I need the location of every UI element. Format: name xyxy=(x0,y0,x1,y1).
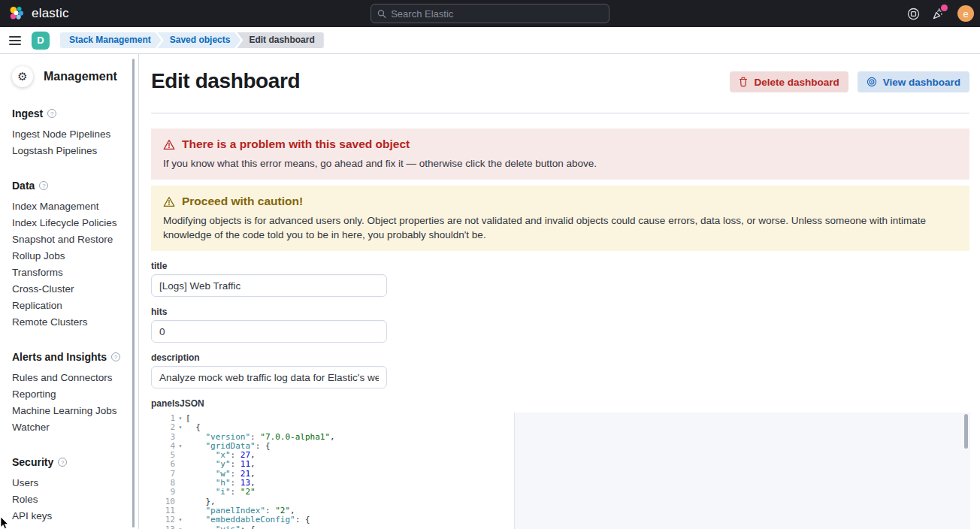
search-input[interactable] xyxy=(391,8,603,20)
sidebar-item-snapshot-and-restore[interactable]: Snapshot and Restore xyxy=(12,231,125,248)
code-line: 8"h": 13, xyxy=(151,479,970,488)
code-text: "vis": { xyxy=(186,525,970,529)
hamburger-icon xyxy=(9,34,21,47)
view-eye-icon xyxy=(867,77,877,87)
code-text: "embeddableConfig": { xyxy=(186,515,970,524)
code-text: "w": 21, xyxy=(186,470,970,479)
sidebar-item-logstash-pipelines[interactable]: Logstash Pipelines xyxy=(12,143,125,159)
fold-spacer xyxy=(175,470,186,479)
section-help-icon: ? xyxy=(111,352,120,361)
editor-scrollbar[interactable] xyxy=(964,414,968,449)
breadcrumb-current-page: Edit dashboard xyxy=(237,32,323,48)
sidebar-section-title: Ingest? xyxy=(12,107,125,119)
code-line: 5"x": 27, xyxy=(151,451,970,460)
danger-callout-body: If you know what this error means, go ah… xyxy=(163,156,957,171)
fold-spacer xyxy=(175,479,186,488)
elastic-logo[interactable]: elastic xyxy=(0,5,69,23)
sidebar-item-watcher[interactable]: Watcher xyxy=(12,419,125,436)
sidebar-item-role-mappings[interactable]: Role Mappings xyxy=(12,524,125,529)
sidebar-item-remote-clusters[interactable]: Remote Clusters xyxy=(12,314,125,331)
warning-triangle-icon xyxy=(163,196,175,207)
code-text: "i": "2" xyxy=(186,488,970,497)
code-text: "h": 13, xyxy=(186,479,970,488)
field-group-description: description xyxy=(151,352,387,388)
sidebar-section-ingest: Ingest?Ingest Node PipelinesLogstash Pip… xyxy=(12,107,125,159)
json-editor-lines: 1▾[2▾{3"version": "7.0.0-alpha1",4▾"grid… xyxy=(151,413,970,529)
user-avatar[interactable]: e xyxy=(957,5,974,22)
fold-toggle-icon[interactable]: ▾ xyxy=(175,515,186,524)
fold-toggle-icon[interactable]: ▾ xyxy=(175,525,186,529)
sidebar-title: Management xyxy=(44,70,117,83)
code-line: 7"w": 21, xyxy=(151,470,970,479)
sidebar-item-machine-learning-jobs[interactable]: Machine Learning Jobs xyxy=(12,403,125,419)
fold-toggle-icon[interactable]: ▾ xyxy=(175,414,186,423)
sidebar-section-title: Security? xyxy=(12,456,125,468)
menu-button[interactable] xyxy=(3,29,27,53)
breadcrumb-saved-objects[interactable]: Saved objects xyxy=(158,32,241,48)
space-avatar[interactable]: D xyxy=(32,32,50,50)
panels-json-editor[interactable]: 1▾[2▾{3"version": "7.0.0-alpha1",4▾"grid… xyxy=(151,413,970,529)
sidebar-item-rules-and-connectors[interactable]: Rules and Connectors xyxy=(12,370,125,386)
view-dashboard-button[interactable]: View dashboard xyxy=(858,71,969,92)
sidebar-header: ⚙ Management xyxy=(12,66,125,87)
fold-spacer xyxy=(175,451,186,460)
line-number: 12 xyxy=(151,515,175,524)
management-sidebar: ⚙ Management Ingest?Ingest Node Pipeline… xyxy=(0,54,139,529)
sidebar-item-index-management[interactable]: Index Management xyxy=(12,198,125,215)
code-text: "x": 27, xyxy=(186,451,970,460)
help-menu-button[interactable] xyxy=(906,7,920,20)
hits-field-input[interactable] xyxy=(151,320,387,343)
sidebar-item-ingest-node-pipelines[interactable]: Ingest Node Pipelines xyxy=(12,126,125,143)
field-group-hits: hits xyxy=(151,307,387,343)
fold-toggle-icon[interactable]: ▾ xyxy=(175,442,186,451)
code-line: 1▾[ xyxy=(151,414,970,423)
hits-field-label: hits xyxy=(151,307,387,317)
code-text: [ xyxy=(186,414,970,423)
code-text: "y": 11, xyxy=(186,460,970,469)
notification-dot xyxy=(941,5,948,11)
sidebar-item-roles[interactable]: Roles xyxy=(12,491,125,508)
sidebar-scrollbar[interactable] xyxy=(132,59,135,527)
danger-callout: There is a problem with this saved objec… xyxy=(151,128,969,180)
sidebar-item-rollup-jobs[interactable]: Rollup Jobs xyxy=(12,248,125,264)
sidebar-section-data: Data?Index ManagementIndex Lifecycle Pol… xyxy=(12,180,125,331)
sidebar-section-alerts-and-insights: Alerts and Insights?Rules and Connectors… xyxy=(12,351,125,436)
fold-spacer xyxy=(175,488,186,497)
code-line: 9"i": "2" xyxy=(151,488,970,497)
navigation-bar: D Stack Management Saved objects Edit da… xyxy=(0,27,980,54)
line-number: 9 xyxy=(151,488,175,497)
description-field-label: description xyxy=(151,352,387,363)
code-line: 13▾"vis": { xyxy=(151,525,970,529)
sidebar-sections: Ingest?Ingest Node PipelinesLogstash Pip… xyxy=(12,107,125,529)
section-help-icon: ? xyxy=(47,109,56,118)
description-field-input[interactable] xyxy=(151,366,387,388)
global-search[interactable] xyxy=(371,4,609,23)
breadcrumb-stack-management[interactable]: Stack Management xyxy=(60,32,162,48)
section-help-icon: ? xyxy=(58,458,67,467)
sidebar-item-transforms[interactable]: Transforms xyxy=(12,264,125,281)
code-text: }, xyxy=(186,497,970,506)
danger-callout-title: There is a problem with this saved objec… xyxy=(182,138,410,151)
divider xyxy=(151,113,969,113)
title-field-input[interactable] xyxy=(151,274,387,297)
elastic-logo-icon xyxy=(8,5,26,23)
panels-json-label: panelsJSON xyxy=(151,398,969,409)
fold-spacer xyxy=(175,460,186,469)
sidebar-item-cross-cluster-replication[interactable]: Cross-Cluster Replication xyxy=(12,281,125,314)
sidebar-item-api-keys[interactable]: API keys xyxy=(12,508,125,524)
breadcrumb: Stack Management Saved objects Edit dash… xyxy=(60,32,324,48)
gear-icon: ⚙ xyxy=(12,66,33,87)
sidebar-item-users[interactable]: Users xyxy=(12,475,125,491)
sidebar-item-reporting[interactable]: Reporting xyxy=(12,386,125,403)
field-group-title: title xyxy=(151,261,387,297)
fold-toggle-icon[interactable]: ▾ xyxy=(175,423,186,432)
sidebar-section-title: Data? xyxy=(12,180,125,192)
sidebar-section-title: Alerts and Insights? xyxy=(12,351,125,363)
fold-spacer xyxy=(175,506,186,515)
sidebar-item-index-lifecycle-policies[interactable]: Index Lifecycle Policies xyxy=(12,215,125,231)
newsfeed-button[interactable] xyxy=(932,7,945,20)
delete-dashboard-button[interactable]: Delete dashboard xyxy=(730,71,848,92)
line-number: 2 xyxy=(151,423,175,432)
fold-spacer xyxy=(175,433,186,442)
code-line: 12▾"embeddableConfig": { xyxy=(151,515,970,524)
